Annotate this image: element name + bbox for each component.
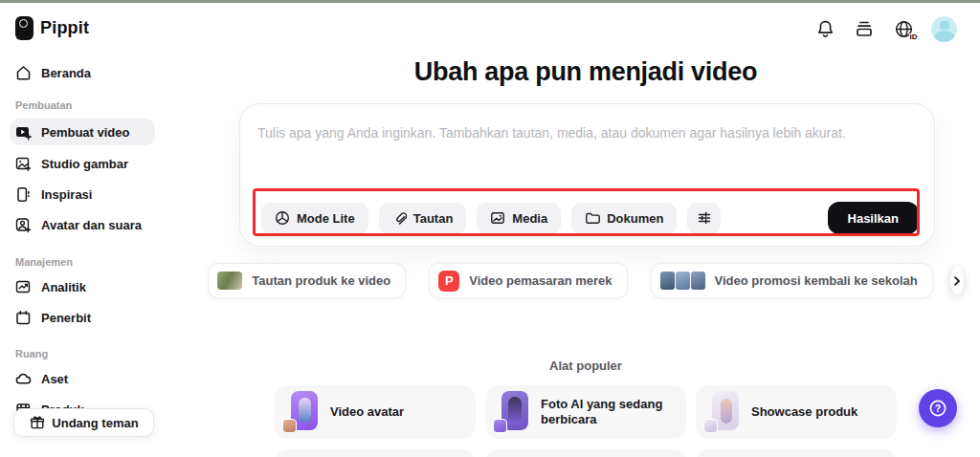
window-top-edge <box>0 0 980 3</box>
document-label: Dokumen <box>607 211 663 226</box>
tool-card-partial[interactable] <box>485 449 686 457</box>
chip-brand-marketing-video[interactable]: P Video pemasaran merek <box>429 263 627 298</box>
mode-lite-icon <box>275 210 290 226</box>
sidebar-item-label: Pembuat video <box>41 125 129 140</box>
tool-card-product-showcase[interactable]: Showcase produk <box>696 385 897 439</box>
chip-back-to-school-promo[interactable]: Video promosi kembali ke sekolah <box>651 263 933 298</box>
link-icon <box>392 211 407 226</box>
invite-friends-label: Undang teman <box>52 416 138 430</box>
chip-thumbnail <box>660 272 705 290</box>
mode-lite-button[interactable]: Mode Lite <box>261 203 368 234</box>
sidebar-item-inspirasi[interactable]: Inspirasi <box>10 181 155 207</box>
workspace-icon[interactable] <box>853 17 876 40</box>
user-avatar[interactable] <box>931 16 957 42</box>
tool-thumbnail <box>706 391 739 433</box>
tool-card-label: Video avatar <box>330 404 412 420</box>
inspiration-device-icon <box>15 186 32 203</box>
tool-card-label: Showcase produk <box>751 404 865 420</box>
chip-product-link-to-video[interactable]: Tautan produk ke video <box>208 263 406 298</box>
media-button[interactable]: Media <box>477 203 561 234</box>
brand-logo[interactable]: Pippit <box>15 16 89 40</box>
sidebar-item-label: Inspirasi <box>41 187 92 202</box>
tool-card-label: Foto AI yang sedang berbicara <box>541 397 686 428</box>
document-button[interactable]: Dokumen <box>571 203 677 234</box>
tool-card-partial[interactable] <box>275 449 476 457</box>
app-window: Pippit ID <box>0 0 980 457</box>
prompt-toolbar: Mode Lite Tautan Media Dokumen <box>261 202 919 234</box>
sidebar-item-pembuat-video[interactable]: Pembuat video <box>10 119 155 145</box>
prompt-input[interactable] <box>257 125 889 185</box>
popular-tools-row: Video avatar Foto AI yang sedang berbica… <box>230 385 942 439</box>
avatar-voice-icon <box>15 217 32 233</box>
sliders-icon <box>697 210 712 226</box>
image-studio-icon <box>15 156 32 172</box>
media-label: Media <box>512 211 547 226</box>
sidebar-item-analitik[interactable]: Analitik <box>10 273 155 300</box>
tool-thumbnail <box>496 391 528 433</box>
question-mark-icon: ? <box>927 398 948 419</box>
sidebar-item-label: Analitik <box>41 280 86 294</box>
tool-card-partial[interactable] <box>696 449 897 457</box>
invite-friends-button[interactable]: Undang teman <box>13 408 154 437</box>
publisher-calendar-icon <box>15 310 32 326</box>
sidebar-item-label: Studio gambar <box>41 157 128 171</box>
pinterest-badge-icon: P <box>438 271 459 292</box>
prompt-card: Mode Lite Tautan Media Dokumen <box>239 103 935 247</box>
popular-tools-title: Alat populer <box>230 359 942 373</box>
generate-button[interactable]: Hasilkan <box>828 202 919 234</box>
sidebar: Beranda Pembuatan Pembuat video Studio g… <box>0 54 230 457</box>
mode-lite-label: Mode Lite <box>297 211 355 226</box>
chevron-right-icon <box>950 274 964 288</box>
language-globe-icon[interactable]: ID <box>892 17 915 40</box>
sidebar-item-label: Penerbit <box>41 311 91 325</box>
pippit-logo-icon <box>15 16 33 40</box>
sidebar-section-ruang: Ruang <box>15 348 48 359</box>
suggestion-chips-row: Tautan produk ke video P Video pemasaran… <box>230 263 942 298</box>
chip-label: Tautan produk ke video <box>252 273 390 288</box>
page-title: Ubah apa pun menjadi video <box>230 57 942 87</box>
link-button[interactable]: Tautan <box>379 203 467 234</box>
sidebar-item-beranda[interactable]: Beranda <box>10 59 155 86</box>
help-button[interactable]: ? <box>919 389 957 427</box>
chip-label: Video pemasaran merek <box>469 273 612 288</box>
topbar-actions: ID <box>813 14 957 43</box>
link-label: Tautan <box>413 211 454 226</box>
sidebar-item-aset[interactable]: Aset <box>10 365 155 392</box>
tool-thumbnail <box>285 391 318 433</box>
language-code-badge: ID <box>909 33 918 41</box>
document-folder-icon <box>585 210 600 226</box>
gift-icon <box>29 415 45 431</box>
svg-text:?: ? <box>935 403 941 414</box>
chip-label: Video promosi kembali ke sekolah <box>715 273 918 288</box>
chip-thumbnail <box>217 272 242 290</box>
chips-next-button[interactable] <box>950 267 964 294</box>
advanced-settings-button[interactable] <box>687 203 721 234</box>
notification-bell-icon[interactable] <box>813 17 836 40</box>
tool-card-talking-ai-photo[interactable]: Foto AI yang sedang berbicara <box>485 385 686 439</box>
sidebar-item-penerbit[interactable]: Penerbit <box>10 304 155 331</box>
cloud-assets-icon <box>15 371 32 387</box>
sidebar-item-studio-gambar[interactable]: Studio gambar <box>10 150 155 177</box>
sidebar-item-label: Avatar dan suara <box>41 218 142 232</box>
sidebar-item-label: Aset <box>41 372 68 386</box>
sidebar-item-avatar-dan-suara[interactable]: Avatar dan suara <box>10 211 155 238</box>
brand-name: Pippit <box>40 18 89 38</box>
video-create-icon <box>15 124 32 141</box>
home-icon <box>15 65 32 81</box>
analytics-icon <box>15 279 32 295</box>
sidebar-section-manajemen: Manajemen <box>15 256 73 268</box>
sidebar-item-label: Beranda <box>41 66 91 80</box>
tool-card-video-avatar[interactable]: Video avatar <box>275 385 476 439</box>
popular-tools-row-partial <box>230 449 942 457</box>
sidebar-section-pembuatan: Pembuatan <box>15 99 72 111</box>
media-icon <box>490 210 505 226</box>
